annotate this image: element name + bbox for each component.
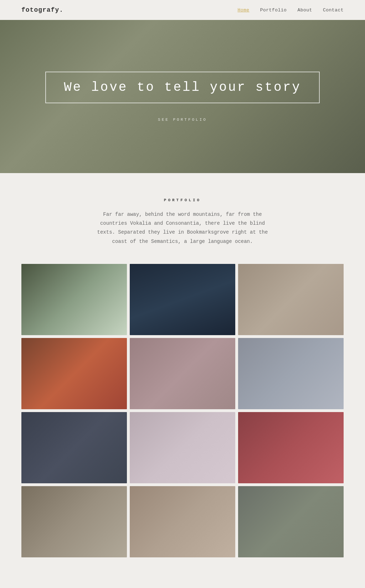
photo-item-3[interactable] (238, 264, 344, 335)
portfolio-section: PORTFOLIO Far far away, behind the word … (0, 173, 365, 579)
photo-item-4[interactable] (21, 338, 127, 409)
nav-about[interactable]: About (297, 7, 312, 13)
photo-item-9[interactable] (238, 412, 344, 483)
photo-item-10[interactable] (21, 486, 127, 557)
photo-item-6[interactable] (238, 338, 344, 409)
nav-portfolio[interactable]: Portfolio (260, 7, 287, 13)
photo-item-1[interactable] (21, 264, 127, 335)
photo-grid (21, 264, 344, 557)
photo-item-2[interactable] (130, 264, 235, 335)
photo-item-12[interactable] (238, 486, 344, 557)
hero-cta-button[interactable]: SEE PORTFOLIO (158, 118, 207, 122)
portfolio-label: PORTFOLIO (21, 198, 344, 202)
site-logo: fotografy. (21, 6, 63, 14)
nav-contact[interactable]: Contact (323, 7, 344, 13)
photo-item-5[interactable] (130, 338, 235, 409)
hero-title: We love to tell your story (64, 80, 301, 95)
nav-home[interactable]: Home (237, 7, 249, 13)
site-header: fotografy. Home Portfolio About Contact (0, 0, 365, 20)
photo-item-7[interactable] (21, 412, 127, 483)
main-nav: Home Portfolio About Contact (237, 7, 344, 13)
hero-title-box: We love to tell your story (45, 72, 320, 103)
photo-item-11[interactable] (130, 486, 235, 557)
hero-section: We love to tell your story SEE PORTFOLIO (0, 20, 365, 173)
photo-item-8[interactable] (130, 412, 235, 483)
portfolio-description: Far far away, behind the word mountains,… (97, 210, 268, 246)
